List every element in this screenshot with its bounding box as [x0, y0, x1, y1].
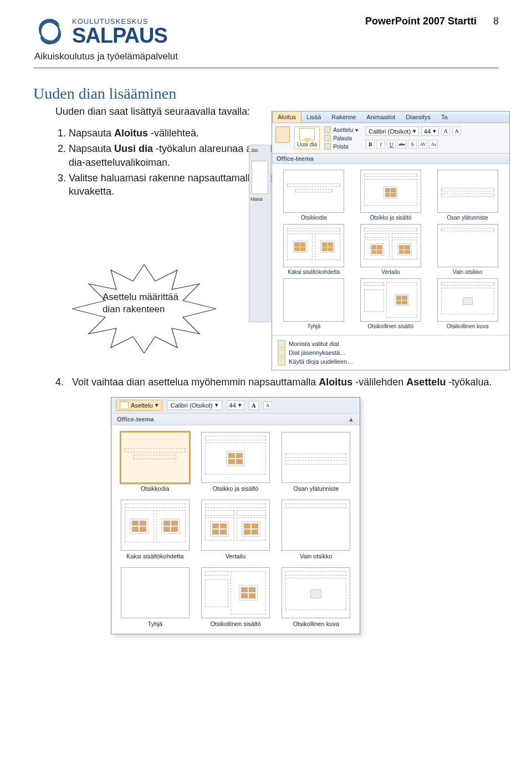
layout-kaksi-sisaltokohdetta[interactable]: Kaksi sisältökohdetta — [118, 500, 192, 560]
strike-button[interactable]: abc — [397, 140, 406, 149]
slide-panel-strip: Jäs Masa — [249, 145, 271, 322]
bold-button[interactable]: B — [366, 140, 375, 149]
size-selector[interactable]: 44 ▾ — [421, 126, 439, 136]
layout-kaksi-sisaltokohdetta[interactable]: Kaksi sisältökohdetta — [278, 224, 350, 275]
step-4: 4. Voit vaihtaa dian asettelua myöhemmin… — [55, 375, 499, 389]
layout-otsikollinen-sisalto[interactable]: Otsikollinen sisältö — [355, 278, 427, 329]
layout-otsikko-sisalto[interactable]: Otsikko ja sisältö — [198, 432, 272, 492]
shrink-font-icon[interactable]: A — [452, 126, 461, 135]
layout-otsikkodia[interactable]: Otsikkodia — [118, 432, 192, 492]
grow-font-icon[interactable]: A — [249, 401, 259, 410]
duplicate-slides-link[interactable]: Monista valitut diat — [278, 340, 504, 348]
spacing-button[interactable]: AV — [418, 140, 427, 149]
size-selector[interactable]: 44 ▾ — [227, 400, 244, 410]
layout-tyhja[interactable]: Tyhjä — [278, 278, 350, 329]
layout-vertailu[interactable]: Vertailu — [198, 500, 272, 560]
layout-menu-footer: Monista valitut diat Diat jäsennyksestä…… — [272, 335, 509, 370]
reset-icon — [324, 135, 331, 141]
layout-tyhja[interactable]: Tyhjä — [118, 567, 192, 627]
italic-button[interactable]: I — [376, 140, 385, 149]
grow-font-icon[interactable]: A — [441, 126, 450, 135]
layout-vertailu[interactable]: Vertailu — [355, 224, 427, 275]
starburst-callout: Asettelu määrittää dian rakenteen — [72, 265, 216, 353]
duplicate-icon — [278, 340, 285, 348]
layout-otsikkodia[interactable]: Otsikkodia — [278, 170, 350, 221]
picture-icon — [310, 589, 321, 598]
ribbon: Uusi dia Asettelu ▾ Palauta Poista Calib… — [272, 123, 509, 154]
ribbon-tabs: Aloitus Lisää Rakenne Animaatiot Diaesit… — [272, 111, 509, 123]
delete-icon — [324, 143, 331, 150]
tab-animaatiot[interactable]: Animaatiot — [361, 111, 401, 123]
layout-grid: Otsikkodia Otsikko ja sisältö Osan ylätu… — [111, 425, 360, 634]
new-slide-icon — [299, 128, 315, 140]
new-slide-button[interactable]: Uusi dia — [294, 126, 320, 149]
font-selector[interactable]: Calibri (Otsikot) ▾ — [167, 400, 222, 410]
font-selector[interactable]: Calibri (Otsikot) ▾ — [366, 126, 419, 136]
layout-vain-otsikko[interactable]: Vain otsikko — [279, 500, 353, 560]
page-number: 8 — [493, 16, 499, 27]
asettelu-button[interactable]: Asettelu ▾ — [116, 400, 162, 411]
shot2-ribbon-strip: Asettelu ▾ Calibri (Otsikot) ▾ 44 ▾ A A — [111, 398, 360, 414]
logo-maintext: SALPAUS — [72, 25, 167, 46]
logo: KOULUTUSKESKUS SALPAUS — [33, 16, 167, 48]
tab-rakenne[interactable]: Rakenne — [326, 111, 361, 123]
layout-icon — [120, 401, 129, 409]
screenshot-asettelu-dropdown: Asettelu ▾ Calibri (Otsikot) ▾ 44 ▾ A A … — [33, 397, 360, 634]
layout-osan-ylatunniste[interactable]: Osan ylätunniste — [279, 432, 353, 492]
tab-more[interactable]: Ta — [436, 111, 453, 123]
salpaus-swirl-icon — [33, 16, 66, 48]
slide-tools: Asettelu ▾ Palauta Poista — [324, 126, 358, 150]
page-header: KOULUTUSKESKUS SALPAUS PowerPoint 2007 S… — [33, 16, 499, 48]
layout-vain-otsikko[interactable]: Vain otsikko — [431, 224, 504, 275]
sub-header: Aikuiskoulutus ja työelämäpalvelut — [34, 51, 499, 62]
picture-icon — [463, 297, 473, 305]
slide-thumb-mini — [252, 161, 268, 194]
layout-otsikko-sisalto[interactable]: Otsikko ja sisältö — [355, 170, 427, 221]
clipboard-icon[interactable] — [275, 126, 290, 143]
slides-from-outline-link[interactable]: Diat jäsennyksestä… — [278, 349, 504, 357]
section-heading: Uuden dian lisääminen — [33, 85, 499, 103]
tab-diaesitys[interactable]: Diaesitys — [401, 111, 436, 123]
layout-icon — [324, 126, 331, 133]
screenshot-layout-dropdown: Jäs Masa Aloitus Lisää Rakenne Animaatio… — [272, 111, 510, 370]
shadow-button[interactable]: S — [408, 140, 417, 149]
layout-otsikollinen-kuva[interactable]: Otsikollinen kuva — [279, 567, 353, 627]
case-button[interactable]: Aa — [429, 140, 438, 149]
step-1: Napsauta Aloitus -välilehteä. — [69, 126, 301, 140]
layout-otsikollinen-sisalto[interactable]: Otsikollinen sisältö — [198, 567, 272, 627]
underline-button[interactable]: U — [387, 140, 396, 149]
header-divider — [33, 68, 499, 68]
office-theme-header: Office-teema — [272, 154, 509, 164]
outline-icon — [278, 349, 285, 357]
palauta-link[interactable]: Palauta — [324, 135, 358, 141]
shrink-font-icon[interactable]: A — [263, 401, 273, 409]
poista-link[interactable]: Poista — [324, 143, 358, 150]
reuse-icon — [278, 358, 285, 365]
reuse-slides-link[interactable]: Käytä dioja uudelleen… — [278, 358, 504, 365]
layout-grid: Otsikkodia Otsikko ja sisältö Osan ylätu… — [272, 164, 509, 335]
scroll-up-icon[interactable]: ▲ — [348, 416, 354, 423]
layout-otsikollinen-kuva[interactable]: Otsikollinen kuva — [431, 278, 504, 329]
asettelu-link[interactable]: Asettelu ▾ — [324, 126, 358, 133]
office-theme-header: Office-teema ▲ — [111, 414, 360, 425]
tab-lisaa[interactable]: Lisää — [301, 111, 326, 123]
layout-osan-ylatunniste[interactable]: Osan ylätunniste — [431, 170, 504, 221]
tab-aloitus[interactable]: Aloitus — [272, 111, 301, 123]
document-title: PowerPoint 2007 Startti — [365, 16, 477, 27]
starburst-line1: Asettelu määrittää — [103, 292, 178, 302]
starburst-line2: dian rakenteen — [103, 304, 165, 314]
